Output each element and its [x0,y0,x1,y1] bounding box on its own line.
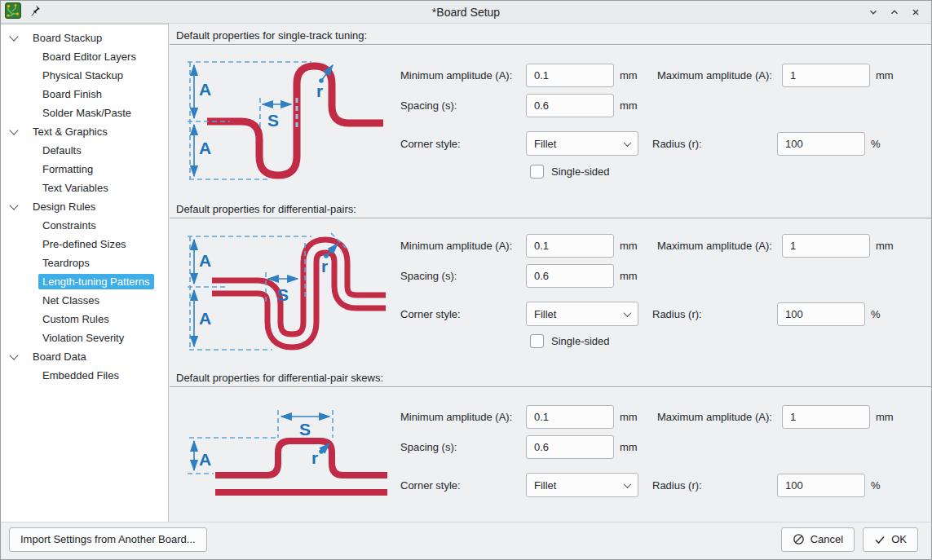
sidebar-group-design-rules[interactable]: Design Rules [1,197,168,216]
sidebar-item-teardrops[interactable]: Teardrops [1,254,168,272]
tree-expander-icon[interactable] [9,201,18,209]
sidebar-item-label: Physical Stackup [38,68,127,83]
cancel-button[interactable]: Cancel [781,527,855,552]
unit-label: % [865,479,908,492]
corner-style-select[interactable]: Fillet [526,131,638,156]
spacing-label: Spacing (s): [400,441,526,453]
single-track-tuning-diagram: A A S r [181,51,385,191]
sidebar-item-embedded-files[interactable]: Embedded Files [1,366,168,385]
corner-style-label: Corner style: [400,479,526,492]
radius-input[interactable] [777,474,865,497]
single-sided-checkbox[interactable] [530,165,544,179]
sidebar-item-solder-mask-paste[interactable]: Solder Mask/Paste [1,104,168,122]
spacing-label: Spacing (s): [400,99,526,112]
sidebar-item-length-tuning-patterns[interactable]: Length-tuning Patterns [1,272,168,291]
window-title: *Board Setup [1,6,931,19]
sidebar-item-label: Constraints [38,218,100,233]
close-button[interactable] [908,5,923,20]
unit-label: mm [614,99,657,112]
single-sided-checkbox[interactable] [530,334,544,348]
sidebar-item-formatting[interactable]: Formatting [1,160,168,179]
sidebar-item-custom-rules[interactable]: Custom Rules [1,310,168,329]
chevron-down-icon [624,309,632,317]
corner-style-select[interactable]: Fillet [526,302,638,326]
single-sided-label: Single-sided [551,165,610,178]
sidebar-item-label: Board Editor Layers [38,49,140,64]
tree-expander-icon[interactable] [9,32,18,41]
differential-pair-skew-diagram: A S r [183,400,391,505]
tree-expander-icon[interactable] [9,351,18,359]
section-header-diff-pairs: Default properties for differential-pair… [170,193,932,218]
unit-label: mm [614,270,657,282]
pin-icon[interactable] [29,4,41,20]
unit-label: mm [870,240,913,252]
sidebar-item-defaults[interactable]: Defaults [1,141,168,160]
sidebar-item-violation-severity[interactable]: Violation Severity [1,329,168,347]
sidebar-item-constraints[interactable]: Constraints [1,216,168,235]
min-amplitude-input[interactable] [526,64,614,87]
sidebar-item-label: Length-tuning Patterns [38,274,154,289]
sidebar-item-label: Defaults [38,143,86,158]
amplitude-label: A [199,309,211,328]
sidebar-group-label: Board Stackup [29,30,106,46]
amplitude-label: A [199,139,211,157]
sidebar-item-net-classes[interactable]: Net Classes [1,291,168,310]
max-amplitude-input[interactable] [782,405,870,429]
unit-label: mm [870,411,913,423]
sidebar-item-label: Solder Mask/Paste [38,105,135,121]
radius-label: r [316,82,323,100]
sidebar-item-board-finish[interactable]: Board Finish [1,85,168,104]
corner-style-select[interactable]: Fillet [526,473,638,497]
radius-label: Radius (r): [652,479,777,492]
sidebar-item-label: Text Variables [38,180,113,196]
corner-style-label: Corner style: [400,308,526,320]
min-amplitude-label: Minimum amplitude (A): [400,69,526,82]
sidebar-item-label: Pre-defined Sizes [38,236,130,252]
max-amplitude-label: Maximum amplitude (A): [657,240,782,252]
sidebar-group-text-graphics[interactable]: Text & Graphics [1,122,168,141]
cancel-icon [793,533,805,545]
sidebar-item-label: Formatting [38,161,97,177]
sidebar-item-board-editor-layers[interactable]: Board Editor Layers [1,47,168,66]
max-amplitude-input[interactable] [782,64,870,87]
import-settings-button[interactable]: Import Settings from Another Board... [9,527,207,552]
spacing-input[interactable] [526,94,614,117]
sidebar-group-board-stackup[interactable]: Board Stackup [1,29,168,47]
differential-pair-tuning-diagram: A A S r [181,223,389,365]
minimize-button[interactable] [866,5,881,20]
radius-input[interactable] [777,132,865,156]
sidebar-item-pre-defined-sizes[interactable]: Pre-defined Sizes [1,235,168,254]
unit-label: mm [614,411,657,423]
settings-tree: Board StackupBoard Editor LayersPhysical… [1,24,169,523]
max-amplitude-input[interactable] [782,234,870,258]
radius-label: r [311,448,318,467]
maximize-button[interactable] [887,5,902,20]
radius-label: Radius (r): [652,308,777,320]
min-amplitude-input[interactable] [526,405,614,429]
spacing-input[interactable] [526,435,614,459]
corner-style-value: Fillet [534,138,556,150]
spacing-input[interactable] [526,264,614,288]
title-bar[interactable]: *Board Setup [1,1,931,24]
tree-expander-icon[interactable] [9,126,18,134]
spacing-label: S [277,285,289,304]
sidebar-item-label: Teardrops [38,255,94,271]
kicad-pcbnew-icon [5,2,21,22]
spacing-label: Spacing (s): [400,270,526,282]
board-setup-dialog: *Board Setup Board StackupBoard Editor L… [0,0,932,560]
sidebar-item-label: Net Classes [38,293,104,308]
sidebar-group-board-data[interactable]: Board Data [1,347,168,366]
max-amplitude-label: Maximum amplitude (A): [657,69,782,82]
sidebar-item-text-variables[interactable]: Text Variables [1,179,168,197]
sidebar-item-label: Violation Severity [38,330,128,346]
amplitude-label: A [199,80,211,99]
radius-input[interactable] [777,302,865,326]
ok-button[interactable]: OK [863,527,918,552]
unit-label: mm [870,69,913,82]
single-sided-label: Single-sided [551,335,610,347]
chevron-down-icon [624,480,632,488]
unit-label: mm [614,240,657,252]
min-amplitude-input[interactable] [526,234,614,258]
sidebar-item-physical-stackup[interactable]: Physical Stackup [1,66,168,85]
amplitude-label: A [199,450,211,469]
